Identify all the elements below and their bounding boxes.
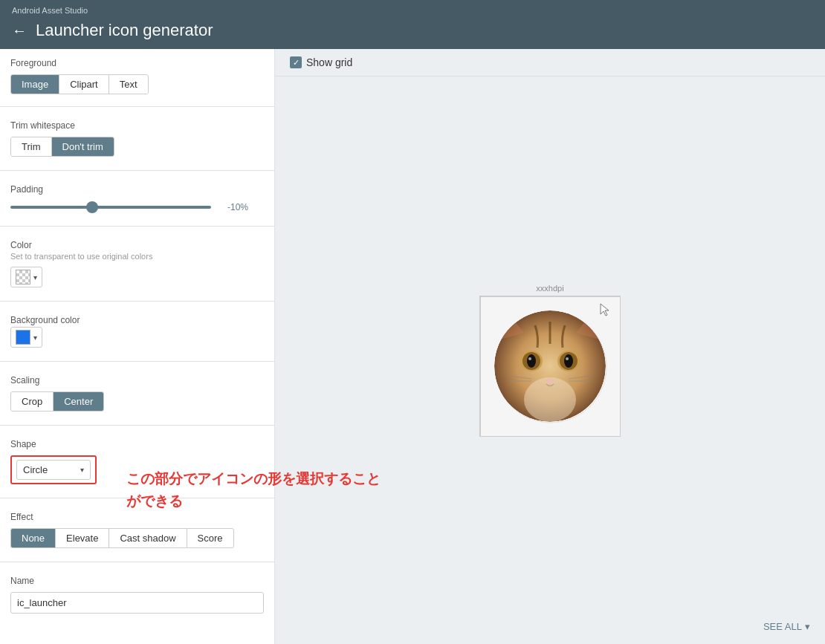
divider-3 [0,226,274,227]
bg-color-label: Background color [10,315,264,325]
shape-dropdown-arrow: ▾ [80,466,84,474]
padding-value: -10% [219,202,248,212]
show-grid-text: Show grid [306,56,352,68]
foreground-section: Foreground Image Clipart Text [0,49,274,102]
color-sublabel: Set to transparent to use original color… [10,252,264,261]
divider-2 [0,170,274,171]
shape-select[interactable]: Circle ▾ [16,460,91,480]
color-label: Color [10,240,264,250]
btn-effect-score[interactable]: Score [187,528,234,548]
studio-name: Android Asset Studio [12,0,813,15]
bg-color-section: Background color ▾ [0,306,274,357]
divider-7 [0,498,274,498]
icon-resolution-label: xxxhdpi [479,284,621,293]
show-grid-checkbox[interactable]: ✓ [290,56,302,68]
divider-1 [0,106,274,107]
tab-text[interactable]: Text [109,75,148,94]
btn-crop[interactable]: Crop [11,392,54,411]
btn-effect-none[interactable]: None [10,528,55,548]
main-content: Foreground Image Clipart Text Trim white… [0,49,825,644]
padding-section: Padding -10% [0,175,274,221]
panel-scroll-content: Foreground Image Clipart Text Trim white… [0,49,274,644]
name-label: Name [10,576,264,586]
bg-color-swatch [16,330,30,345]
padding-label: Padding [10,184,264,195]
shape-box: Circle ▾ [10,455,97,484]
tab-image[interactable]: Image [11,75,59,94]
padding-slider[interactable] [10,206,211,209]
name-input[interactable] [10,592,264,614]
bg-color-dropdown-arrow: ▾ [33,334,37,342]
cursor-icon [599,302,614,317]
icon-preview-container: xxxhdpi [479,284,621,437]
effect-btn-group: None Elevate Cast shadow Score [10,528,264,548]
icon-frame [479,296,621,437]
btn-effect-cast-shadow[interactable]: Cast shadow [109,528,186,548]
btn-trim[interactable]: Trim [11,137,52,156]
shape-label: Shape [10,439,264,449]
color-swatch [16,270,30,284]
page-title: Launcher icon generator [36,21,213,40]
left-panel: Foreground Image Clipart Text Trim white… [0,49,275,644]
effect-section: Effect None Elevate Cast shadow Score [0,503,274,557]
color-section: Color Set to transparent to use original… [0,231,274,296]
btn-effect-elevate[interactable]: Elevate [55,528,109,548]
color-dropdown-arrow: ▾ [33,273,37,282]
check-icon: ✓ [293,58,300,68]
trim-label: Trim whitespace [10,120,264,131]
btn-center[interactable]: Center [54,392,103,411]
back-button[interactable]: ← [12,22,27,39]
svg-point-19 [524,377,576,422]
scaling-label: Scaling [10,375,264,386]
see-all-icon: ▾ [805,621,810,632]
see-all-button[interactable]: SEE ALL ▾ [763,621,810,632]
see-all-label: SEE ALL [763,621,802,632]
trim-section: Trim whitespace Trim Don't trim [0,111,274,166]
divider-6 [0,425,274,426]
svg-point-13 [528,357,531,360]
shape-section: Shape Circle ▾ [0,430,274,493]
bg-color-picker-button[interactable]: ▾ [10,327,42,348]
scaling-section: Scaling Crop Center [0,366,274,420]
cat-svg [494,310,606,422]
svg-point-12 [527,354,536,368]
divider-8 [0,562,274,562]
effect-label: Effect [10,512,264,522]
btn-dont-trim[interactable]: Don't trim [52,137,114,156]
name-section: Name [0,567,274,622]
show-grid-label[interactable]: ✓ Show grid [290,56,352,68]
divider-4 [0,301,274,302]
cat-icon [494,310,606,422]
shape-selected-value: Circle [23,464,48,475]
svg-point-17 [566,357,569,360]
foreground-tab-group: Image Clipart Text [10,74,149,94]
slider-row: -10% [10,202,264,212]
right-panel: ✓ Show grid xxxhdpi [275,49,825,644]
header: Android Asset Studio ← Launcher icon gen… [0,0,825,49]
preview-toolbar: ✓ Show grid [275,49,825,77]
trim-btn-group: Trim Don't trim [10,137,114,157]
divider-5 [0,361,274,362]
preview-area: xxxhdpi [275,77,825,644]
tab-clipart[interactable]: Clipart [59,75,109,94]
scaling-btn-group: Crop Center [10,391,104,412]
color-picker-button[interactable]: ▾ [10,267,42,287]
svg-point-16 [564,354,573,368]
foreground-label: Foreground [10,58,264,68]
